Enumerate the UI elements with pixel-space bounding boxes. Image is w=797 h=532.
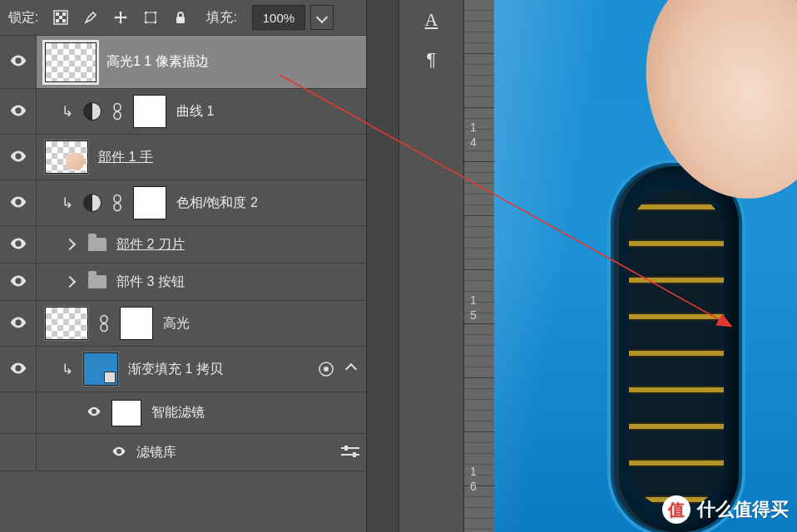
visibility-eye-icon[interactable] [9,52,27,72]
lock-transparency-icon[interactable] [53,10,68,25]
svg-rect-15 [176,17,185,23]
visibility-eye-icon[interactable] [9,313,27,334]
svg-point-18 [114,104,121,111]
canvas[interactable] [494,0,797,532]
layer-name[interactable]: 高光1 1 像素描边 [106,53,209,71]
pilcrow-tool-icon[interactable]: ¶ [399,40,463,80]
layer-row-hue-sat[interactable]: ↳ 色相/饱和度 2 [0,180,366,226]
visibility-eye-icon[interactable] [9,147,27,168]
visibility-eye-icon[interactable] [9,272,27,293]
ruler-tick-label: 15 [468,293,479,323]
layer-thumbnail[interactable] [45,140,88,174]
svg-point-27 [101,316,107,323]
mask-thumbnail[interactable] [111,400,141,426]
mask-thumbnail[interactable] [133,186,166,219]
svg-point-21 [17,200,20,204]
svg-rect-1 [56,12,59,16]
svg-point-25 [17,279,20,283]
layer-name[interactable]: 滤镜库 [136,444,176,461]
adjustment-icon [83,194,101,212]
collapse-chevron-icon[interactable] [343,361,359,377]
svg-point-31 [324,367,329,372]
lock-artboard-icon[interactable] [143,10,158,25]
svg-point-22 [114,195,121,203]
mask-link-icon[interactable] [111,102,123,121]
svg-rect-12 [145,21,146,23]
lock-bar: 锁定: 填充: 100% [0,0,366,35]
lock-brush-icon[interactable] [83,10,98,25]
expand-chevron-icon[interactable] [62,236,78,253]
svg-point-20 [17,155,20,158]
layer-thumbnail[interactable] [45,307,88,340]
watermark-text: 什么值得买 [697,497,789,522]
layer-name[interactable]: 部件 2 刀片 [116,236,185,254]
fill-dropdown[interactable] [310,5,334,30]
visibility-eye-icon[interactable] [87,404,101,421]
layer-name[interactable]: 曲线 1 [176,103,214,121]
layer-name[interactable]: 渐变填充 1 拷贝 [128,361,223,378]
layer-name[interactable]: 高光 [163,315,190,332]
svg-rect-2 [62,12,66,16]
expand-chevron-icon[interactable] [62,273,78,290]
watermark: 值 什么值得买 [662,495,789,524]
svg-rect-3 [59,16,62,19]
canvas-image-highlight [494,0,797,532]
lock-move-icon[interactable] [113,10,128,25]
svg-point-28 [101,324,107,332]
layer-name[interactable]: 智能滤镜 [151,404,205,421]
layer-row-part2-folder[interactable]: 部件 2 刀片 [0,226,366,264]
clip-arrow-icon: ↳ [62,361,73,378]
panel-divider[interactable] [366,0,399,532]
layer-row-hand[interactable]: 部件 1 手 [0,135,366,180]
ruler-tick-label: 16 [468,464,479,494]
svg-rect-36 [344,446,348,451]
layer-thumbnail[interactable] [83,352,118,386]
filter-blend-options-icon[interactable] [341,446,359,460]
visibility-eye-icon[interactable] [9,234,27,255]
mask-thumbnail[interactable] [133,95,166,128]
vertical-ruler[interactable]: 14 15 16 [464,0,494,532]
visibility-eye-icon[interactable] [9,101,27,122]
mask-thumbnail[interactable] [120,307,153,340]
svg-rect-14 [156,21,156,23]
svg-point-29 [17,367,20,370]
svg-rect-8 [145,12,146,14]
layer-row-highlight[interactable]: 高光 [0,301,366,347]
layer-name[interactable]: 色相/饱和度 2 [176,195,258,212]
type-tool-icon[interactable]: A [399,0,463,40]
fill-input[interactable]: 100% [252,5,305,30]
layer-row-gradientfill[interactable]: ↳ 渐变填充 1 拷贝 [0,347,366,392]
mask-link-icon[interactable] [98,314,110,332]
layer-row-part3-folder[interactable]: 部件 3 按钮 [0,264,366,301]
svg-rect-34 [341,447,359,449]
svg-point-16 [17,59,20,62]
svg-rect-4 [56,19,59,22]
layer-row-filtergallery[interactable]: 滤镜库 [0,434,366,471]
clip-arrow-icon: ↳ [62,103,73,121]
svg-rect-5 [62,19,66,22]
watermark-badge: 值 [662,495,691,524]
visibility-eye-icon[interactable] [9,193,27,214]
svg-rect-37 [353,452,356,457]
mask-link-icon[interactable] [111,194,123,212]
layer-name[interactable]: 部件 1 手 [98,149,153,166]
visibility-eye-icon[interactable] [9,359,27,380]
chevron-down-icon [316,12,328,23]
layer-row-curves1[interactable]: ↳ 曲线 1 [0,89,366,135]
ruler-tick-label: 14 [468,120,479,150]
layer-name[interactable]: 部件 3 按钮 [116,273,185,291]
layer-row-highlight1[interactable]: 高光1 1 像素描边 [0,36,366,89]
svg-rect-6 [146,12,156,22]
layer-thumbnail[interactable] [45,42,97,82]
lock-all-icon[interactable] [173,10,188,25]
tool-strip: A ¶ [399,0,464,532]
clip-arrow-icon: ↳ [62,195,73,212]
folder-icon [88,238,106,251]
layer-row-smartfilters[interactable]: 智能滤镜 [0,392,366,434]
svg-point-33 [118,450,121,452]
visibility-eye-icon[interactable] [111,444,126,461]
smart-filter-badge-icon[interactable] [318,361,334,377]
adjustment-icon [83,102,101,121]
svg-point-32 [93,411,96,413]
svg-rect-35 [341,454,359,456]
